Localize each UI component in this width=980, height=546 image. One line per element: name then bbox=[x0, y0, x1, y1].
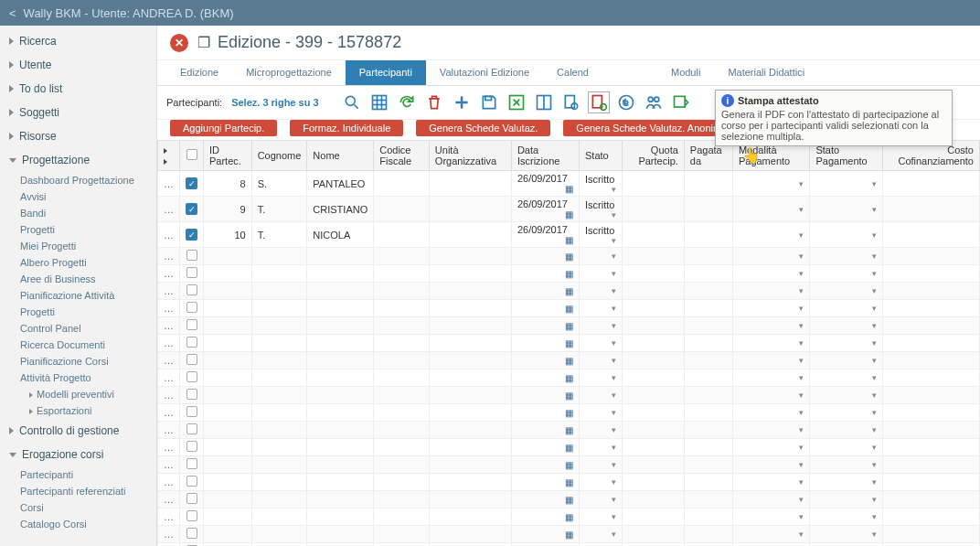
cell[interactable] bbox=[307, 248, 374, 265]
action-button[interactable]: Aggiungi Partecip. bbox=[170, 120, 277, 136]
cell[interactable]: ▾ bbox=[732, 265, 810, 283]
cell[interactable] bbox=[374, 543, 430, 547]
cell[interactable] bbox=[882, 456, 979, 474]
cell[interactable]: ▾ bbox=[732, 509, 810, 526]
cell[interactable] bbox=[251, 369, 307, 387]
table-row[interactable]: …▦▾▾▾ bbox=[158, 509, 980, 526]
cell[interactable]: ▾ bbox=[580, 283, 623, 300]
cell[interactable] bbox=[623, 404, 685, 422]
cell[interactable] bbox=[251, 526, 307, 543]
cell[interactable]: ▾ bbox=[810, 352, 882, 369]
cell[interactable]: ▦ bbox=[511, 526, 579, 543]
sidebar-sub-item[interactable]: Partecipanti referenziati bbox=[0, 483, 156, 499]
sidebar-item[interactable]: Ricerca bbox=[0, 29, 156, 53]
cell[interactable]: ▦ bbox=[511, 456, 579, 474]
cell[interactable]: T. bbox=[251, 197, 307, 222]
cell[interactable]: ▾ bbox=[580, 265, 623, 283]
cell[interactable] bbox=[307, 352, 374, 369]
column-header[interactable]: Quota Partecip. bbox=[623, 141, 685, 171]
sidebar-sub-item[interactable]: Catalogo Corsi bbox=[0, 516, 156, 532]
cell[interactable] bbox=[251, 387, 307, 404]
cell[interactable] bbox=[429, 369, 511, 387]
cell[interactable]: … bbox=[158, 283, 180, 300]
cell[interactable] bbox=[684, 474, 732, 491]
cell[interactable] bbox=[684, 352, 732, 369]
cell[interactable] bbox=[623, 283, 685, 300]
table-row[interactable]: …▦▾▾▾ bbox=[158, 404, 980, 422]
cell[interactable]: ▦ bbox=[511, 265, 579, 283]
cell[interactable] bbox=[180, 526, 204, 543]
cell[interactable] bbox=[623, 222, 685, 248]
tab[interactable] bbox=[602, 60, 630, 85]
cell[interactable] bbox=[429, 222, 511, 248]
cell[interactable] bbox=[882, 491, 979, 509]
cell[interactable]: … bbox=[158, 456, 180, 474]
cell[interactable] bbox=[429, 335, 511, 352]
cell[interactable] bbox=[623, 422, 685, 439]
sidebar-sub-item[interactable]: Avvisi bbox=[0, 188, 156, 205]
cell[interactable] bbox=[882, 197, 979, 222]
cell[interactable] bbox=[204, 387, 252, 404]
cell[interactable] bbox=[623, 509, 685, 526]
cell[interactable] bbox=[684, 335, 732, 352]
column-header[interactable]: Cognome bbox=[251, 141, 307, 171]
cell[interactable] bbox=[251, 248, 307, 265]
cell[interactable] bbox=[882, 222, 979, 248]
tab[interactable]: Edizione bbox=[166, 60, 232, 85]
cell[interactable] bbox=[429, 456, 511, 474]
cell[interactable]: ▾ bbox=[580, 317, 623, 335]
cell[interactable] bbox=[429, 526, 511, 543]
cell[interactable] bbox=[374, 248, 430, 265]
sidebar-section-controllo[interactable]: Controllo di gestione bbox=[0, 419, 156, 443]
cell[interactable] bbox=[204, 422, 252, 439]
cell[interactable] bbox=[684, 317, 732, 335]
cell[interactable] bbox=[251, 543, 307, 547]
add-icon[interactable] bbox=[451, 91, 473, 113]
cell[interactable]: … bbox=[158, 369, 180, 387]
cell[interactable] bbox=[684, 439, 732, 456]
cell[interactable]: NICOLA bbox=[307, 222, 374, 248]
cell[interactable] bbox=[307, 369, 374, 387]
save-icon[interactable] bbox=[478, 91, 500, 113]
cell[interactable] bbox=[374, 222, 430, 248]
cell[interactable] bbox=[429, 439, 511, 456]
cell[interactable]: ▾ bbox=[580, 509, 623, 526]
cell[interactable]: ▾ bbox=[580, 422, 623, 439]
cell[interactable]: CRISTIANO bbox=[307, 197, 374, 222]
cell[interactable] bbox=[684, 171, 732, 197]
cell[interactable]: … bbox=[158, 404, 180, 422]
cell[interactable] bbox=[204, 317, 252, 335]
cell[interactable]: … bbox=[158, 248, 180, 265]
cell[interactable]: ▦ bbox=[511, 387, 579, 404]
cell[interactable]: ▦ bbox=[511, 422, 579, 439]
cell[interactable]: … bbox=[158, 422, 180, 439]
cell[interactable]: ▾ bbox=[580, 369, 623, 387]
cell[interactable] bbox=[623, 335, 685, 352]
cell[interactable]: ▾ bbox=[580, 248, 623, 265]
columns-icon[interactable] bbox=[533, 91, 555, 113]
cell[interactable] bbox=[307, 491, 374, 509]
cell[interactable] bbox=[623, 387, 685, 404]
cell[interactable] bbox=[251, 422, 307, 439]
cell[interactable] bbox=[251, 283, 307, 300]
cell[interactable]: ▾ bbox=[732, 491, 810, 509]
cell[interactable] bbox=[429, 317, 511, 335]
cell[interactable] bbox=[307, 526, 374, 543]
cell[interactable]: ▾ bbox=[810, 171, 882, 197]
cell[interactable]: … bbox=[158, 265, 180, 283]
cell[interactable] bbox=[180, 300, 204, 317]
table-row[interactable]: …✓10T.NICOLA26/09/2017 ▦Iscritto ▾▾▾ bbox=[158, 222, 980, 248]
table-row[interactable]: …▦▾▾▾ bbox=[158, 335, 980, 352]
cell[interactable]: ▾ bbox=[810, 222, 882, 248]
cell[interactable]: … bbox=[158, 491, 180, 509]
column-header[interactable]: Codice Fiscale bbox=[374, 141, 430, 171]
cell[interactable] bbox=[374, 509, 430, 526]
cell[interactable] bbox=[180, 456, 204, 474]
cell[interactable] bbox=[251, 404, 307, 422]
cell[interactable] bbox=[429, 171, 511, 197]
cell[interactable]: … bbox=[158, 171, 180, 197]
sidebar-item[interactable]: Soggetti bbox=[0, 101, 156, 124]
sidebar-sub-item[interactable]: Pianificazione Corsi bbox=[0, 353, 156, 369]
cell[interactable] bbox=[204, 335, 252, 352]
sidebar-sub-item[interactable]: Aree di Business bbox=[0, 271, 156, 287]
